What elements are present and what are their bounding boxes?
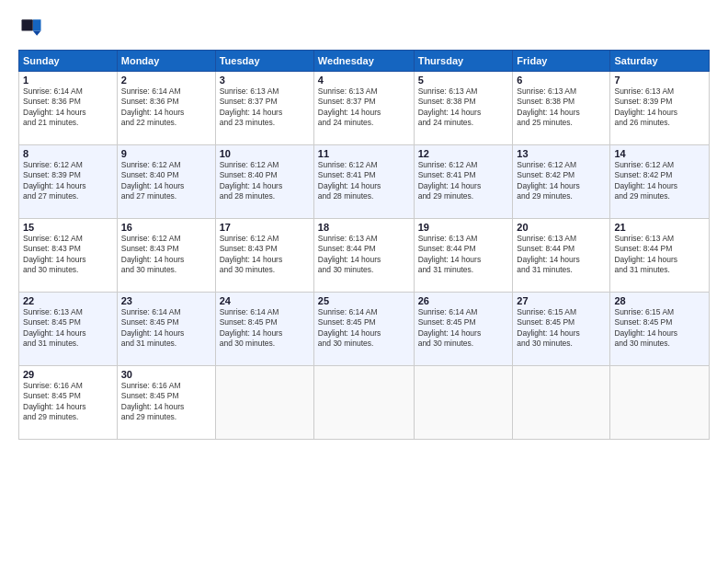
day-cell: 22Sunrise: 6:13 AM Sunset: 8:45 PM Dayli… bbox=[19, 293, 118, 366]
calendar-body: 1Sunrise: 6:14 AM Sunset: 8:36 PM Daylig… bbox=[19, 72, 710, 440]
day-info: Sunrise: 6:13 AM Sunset: 8:39 PM Dayligh… bbox=[614, 86, 705, 129]
day-info: Sunrise: 6:13 AM Sunset: 8:37 PM Dayligh… bbox=[220, 86, 310, 129]
day-number: 5 bbox=[418, 75, 509, 86]
day-info: Sunrise: 6:16 AM Sunset: 8:45 PM Dayligh… bbox=[23, 381, 113, 423]
day-number: 26 bbox=[418, 295, 509, 306]
day-cell: 11Sunrise: 6:12 AM Sunset: 8:41 PM Dayli… bbox=[313, 145, 414, 219]
svg-marker-0 bbox=[33, 19, 41, 30]
day-cell: 21Sunrise: 6:13 AM Sunset: 8:44 PM Dayli… bbox=[610, 219, 710, 293]
day-cell: 4Sunrise: 6:13 AM Sunset: 8:37 PM Daylig… bbox=[313, 72, 414, 145]
day-cell bbox=[414, 366, 513, 440]
day-number: 22 bbox=[23, 295, 113, 306]
day-cell: 8Sunrise: 6:12 AM Sunset: 8:39 PM Daylig… bbox=[19, 145, 118, 219]
day-info: Sunrise: 6:13 AM Sunset: 8:44 PM Dayligh… bbox=[614, 234, 705, 276]
day-cell: 28Sunrise: 6:15 AM Sunset: 8:45 PM Dayli… bbox=[610, 293, 710, 366]
calendar-page: SundayMondayTuesdayWednesdayThursdayFrid… bbox=[0, 0, 728, 563]
header-cell-tuesday: Tuesday bbox=[215, 51, 313, 72]
day-info: Sunrise: 6:13 AM Sunset: 8:37 PM Dayligh… bbox=[318, 86, 410, 129]
day-number: 3 bbox=[220, 75, 310, 86]
week-row-4: 22Sunrise: 6:13 AM Sunset: 8:45 PM Dayli… bbox=[19, 293, 710, 366]
day-number: 15 bbox=[23, 222, 113, 233]
day-cell: 29Sunrise: 6:16 AM Sunset: 8:45 PM Dayli… bbox=[19, 366, 118, 440]
day-number: 13 bbox=[517, 148, 606, 159]
day-cell: 7Sunrise: 6:13 AM Sunset: 8:39 PM Daylig… bbox=[610, 72, 710, 145]
day-cell: 23Sunrise: 6:14 AM Sunset: 8:45 PM Dayli… bbox=[117, 293, 215, 366]
day-cell: 13Sunrise: 6:12 AM Sunset: 8:42 PM Dayli… bbox=[513, 145, 610, 219]
header-cell-saturday: Saturday bbox=[610, 51, 710, 72]
day-info: Sunrise: 6:14 AM Sunset: 8:45 PM Dayligh… bbox=[418, 307, 509, 350]
day-cell bbox=[513, 366, 610, 440]
day-info: Sunrise: 6:15 AM Sunset: 8:45 PM Dayligh… bbox=[614, 307, 705, 350]
day-cell: 30Sunrise: 6:16 AM Sunset: 8:45 PM Dayli… bbox=[117, 366, 215, 440]
day-info: Sunrise: 6:14 AM Sunset: 8:36 PM Dayligh… bbox=[23, 86, 113, 129]
day-cell: 20Sunrise: 6:13 AM Sunset: 8:44 PM Dayli… bbox=[513, 219, 610, 293]
header-cell-monday: Monday bbox=[117, 51, 215, 72]
day-number: 27 bbox=[517, 295, 606, 306]
week-row-3: 15Sunrise: 6:12 AM Sunset: 8:43 PM Dayli… bbox=[19, 219, 710, 293]
day-info: Sunrise: 6:16 AM Sunset: 8:45 PM Dayligh… bbox=[121, 381, 211, 423]
day-info: Sunrise: 6:14 AM Sunset: 8:45 PM Dayligh… bbox=[220, 307, 310, 350]
day-cell: 15Sunrise: 6:12 AM Sunset: 8:43 PM Dayli… bbox=[19, 219, 118, 293]
svg-rect-2 bbox=[22, 19, 33, 30]
day-info: Sunrise: 6:12 AM Sunset: 8:40 PM Dayligh… bbox=[121, 160, 211, 202]
header-row: SundayMondayTuesdayWednesdayThursdayFrid… bbox=[19, 51, 710, 72]
calendar-header: SundayMondayTuesdayWednesdayThursdayFrid… bbox=[19, 51, 710, 72]
day-info: Sunrise: 6:12 AM Sunset: 8:43 PM Dayligh… bbox=[23, 234, 113, 276]
day-cell bbox=[313, 366, 414, 440]
day-number: 21 bbox=[614, 222, 705, 233]
day-cell: 17Sunrise: 6:12 AM Sunset: 8:43 PM Dayli… bbox=[215, 219, 313, 293]
day-info: Sunrise: 6:12 AM Sunset: 8:43 PM Dayligh… bbox=[220, 234, 310, 276]
day-number: 17 bbox=[220, 222, 310, 233]
day-info: Sunrise: 6:14 AM Sunset: 8:45 PM Dayligh… bbox=[121, 307, 211, 350]
day-info: Sunrise: 6:13 AM Sunset: 8:38 PM Dayligh… bbox=[517, 86, 606, 129]
day-number: 30 bbox=[121, 369, 211, 380]
day-cell: 10Sunrise: 6:12 AM Sunset: 8:40 PM Dayli… bbox=[215, 145, 313, 219]
day-number: 2 bbox=[121, 75, 211, 86]
day-number: 1 bbox=[23, 75, 113, 86]
day-number: 14 bbox=[614, 148, 705, 159]
day-info: Sunrise: 6:12 AM Sunset: 8:41 PM Dayligh… bbox=[418, 160, 509, 202]
day-cell: 1Sunrise: 6:14 AM Sunset: 8:36 PM Daylig… bbox=[19, 72, 118, 145]
day-number: 12 bbox=[418, 148, 509, 159]
day-cell: 3Sunrise: 6:13 AM Sunset: 8:37 PM Daylig… bbox=[215, 72, 313, 145]
day-cell bbox=[215, 366, 313, 440]
header-cell-friday: Friday bbox=[513, 51, 610, 72]
day-cell: 27Sunrise: 6:15 AM Sunset: 8:45 PM Dayli… bbox=[513, 293, 610, 366]
day-cell: 24Sunrise: 6:14 AM Sunset: 8:45 PM Dayli… bbox=[215, 293, 313, 366]
header-cell-wednesday: Wednesday bbox=[313, 51, 414, 72]
day-number: 24 bbox=[220, 295, 310, 306]
day-cell: 5Sunrise: 6:13 AM Sunset: 8:38 PM Daylig… bbox=[414, 72, 513, 145]
calendar-table: SundayMondayTuesdayWednesdayThursdayFrid… bbox=[18, 50, 710, 440]
day-number: 8 bbox=[23, 148, 113, 159]
day-cell: 9Sunrise: 6:12 AM Sunset: 8:40 PM Daylig… bbox=[117, 145, 215, 219]
day-number: 29 bbox=[23, 369, 113, 380]
day-cell: 6Sunrise: 6:13 AM Sunset: 8:38 PM Daylig… bbox=[513, 72, 610, 145]
day-cell: 12Sunrise: 6:12 AM Sunset: 8:41 PM Dayli… bbox=[414, 145, 513, 219]
day-number: 16 bbox=[121, 222, 211, 233]
day-cell: 16Sunrise: 6:12 AM Sunset: 8:43 PM Dayli… bbox=[117, 219, 215, 293]
day-cell: 25Sunrise: 6:14 AM Sunset: 8:45 PM Dayli… bbox=[313, 293, 414, 366]
day-cell: 14Sunrise: 6:12 AM Sunset: 8:42 PM Dayli… bbox=[610, 145, 710, 219]
day-cell bbox=[610, 366, 710, 440]
day-info: Sunrise: 6:13 AM Sunset: 8:38 PM Dayligh… bbox=[418, 86, 509, 129]
day-number: 18 bbox=[318, 222, 410, 233]
logo bbox=[18, 15, 44, 40]
day-number: 6 bbox=[517, 75, 606, 86]
week-row-5: 29Sunrise: 6:16 AM Sunset: 8:45 PM Dayli… bbox=[19, 366, 710, 440]
header-cell-sunday: Sunday bbox=[19, 51, 118, 72]
day-info: Sunrise: 6:12 AM Sunset: 8:43 PM Dayligh… bbox=[121, 234, 211, 276]
day-info: Sunrise: 6:12 AM Sunset: 8:40 PM Dayligh… bbox=[220, 160, 310, 202]
day-info: Sunrise: 6:13 AM Sunset: 8:44 PM Dayligh… bbox=[418, 234, 509, 276]
day-info: Sunrise: 6:12 AM Sunset: 8:42 PM Dayligh… bbox=[614, 160, 705, 202]
day-number: 7 bbox=[614, 75, 705, 86]
day-number: 25 bbox=[318, 295, 410, 306]
week-row-1: 1Sunrise: 6:14 AM Sunset: 8:36 PM Daylig… bbox=[19, 72, 710, 145]
page-header bbox=[18, 15, 710, 40]
header-cell-thursday: Thursday bbox=[414, 51, 513, 72]
logo-icon bbox=[18, 15, 44, 40]
day-info: Sunrise: 6:12 AM Sunset: 8:42 PM Dayligh… bbox=[517, 160, 606, 202]
day-number: 19 bbox=[418, 222, 509, 233]
day-info: Sunrise: 6:12 AM Sunset: 8:39 PM Dayligh… bbox=[23, 160, 113, 202]
day-cell: 2Sunrise: 6:14 AM Sunset: 8:36 PM Daylig… bbox=[117, 72, 215, 145]
day-info: Sunrise: 6:13 AM Sunset: 8:44 PM Dayligh… bbox=[318, 234, 410, 276]
